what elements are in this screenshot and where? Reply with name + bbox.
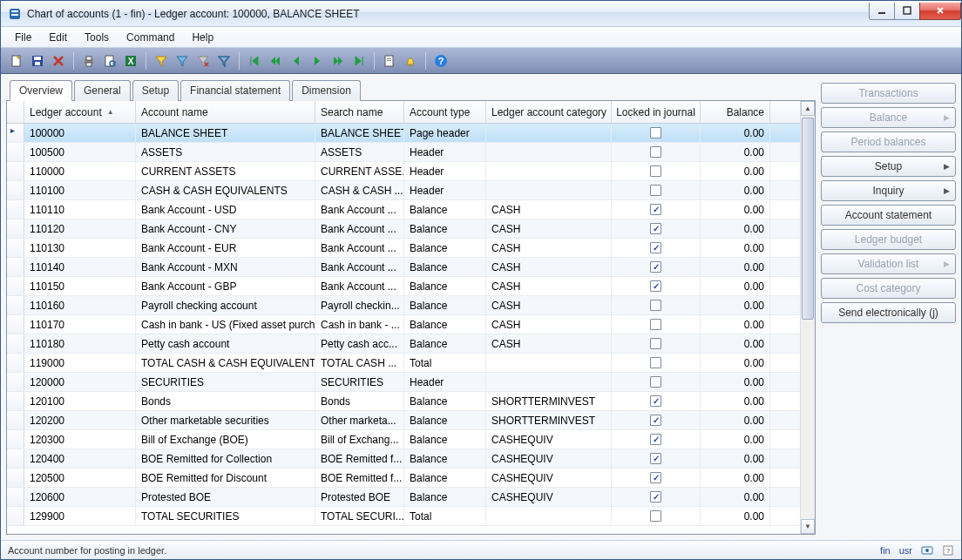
col-search-name[interactable]: Search name <box>315 101 404 123</box>
cell-category[interactable]: CASHEQUIV <box>486 488 612 506</box>
table-row[interactable]: 110140Bank Account - MXNBank Account ...… <box>7 258 800 277</box>
minimize-button[interactable] <box>869 3 895 20</box>
locked-checkbox[interactable] <box>650 453 661 464</box>
next-page-icon[interactable] <box>329 52 347 70</box>
cell-locked[interactable] <box>612 258 701 276</box>
locked-checkbox[interactable] <box>650 300 661 311</box>
cell-search[interactable]: BOE Remitted f... <box>315 469 404 487</box>
cell-name[interactable]: Other marketable securities <box>136 411 315 429</box>
cell-category[interactable]: CASHEQUIV <box>486 449 612 468</box>
cell-category[interactable] <box>486 124 612 142</box>
locked-checkbox[interactable] <box>650 415 661 426</box>
cell-name[interactable]: BOE Remitted for Discount <box>136 469 315 487</box>
cell-type[interactable]: Total <box>404 507 486 525</box>
row-indicator[interactable] <box>7 162 24 180</box>
cell-ledger[interactable]: 110170 <box>24 315 136 334</box>
cell-type[interactable]: Total <box>404 354 486 372</box>
status-help-icon[interactable]: ? <box>942 544 954 557</box>
prev-page-icon[interactable] <box>267 52 284 70</box>
status-company[interactable]: fin <box>880 545 891 556</box>
cell-name[interactable]: TOTAL CASH & CASH EQUIVALENTS <box>136 354 315 372</box>
cell-search[interactable]: TOTAL SECURI... <box>315 507 404 525</box>
alert-icon[interactable] <box>402 52 419 70</box>
first-record-icon[interactable] <box>246 52 263 70</box>
scroll-down-icon[interactable]: ▼ <box>801 519 815 534</box>
cell-type[interactable]: Header <box>404 143 486 161</box>
row-indicator[interactable] <box>7 430 24 449</box>
cell-name[interactable]: Bonds <box>136 392 315 410</box>
cell-search[interactable]: Protested BOE <box>315 488 404 506</box>
locked-checkbox[interactable] <box>650 357 661 368</box>
cell-ledger[interactable]: 120400 <box>24 449 136 468</box>
cell-ledger[interactable]: 110160 <box>24 296 136 314</box>
locked-checkbox[interactable] <box>650 223 661 234</box>
cell-search[interactable]: Bank Account ... <box>315 239 404 257</box>
cell-search[interactable]: ASSETS <box>315 143 404 161</box>
cell-type[interactable]: Balance <box>404 488 486 506</box>
cell-name[interactable]: Cash in bank - US (Fixed asset purch) <box>136 315 315 334</box>
locked-checkbox[interactable] <box>650 146 661 158</box>
prev-record-icon[interactable] <box>288 52 305 70</box>
cell-category[interactable]: CASHEQUIV <box>486 469 612 487</box>
table-row[interactable]: 119000TOTAL CASH & CASH EQUIVALENTSTOTAL… <box>7 354 800 373</box>
cell-ledger[interactable]: 110150 <box>24 277 136 295</box>
row-indicator[interactable] <box>7 488 24 506</box>
side-button[interactable]: Inquiry▶ <box>821 180 956 201</box>
excel-icon[interactable]: X <box>122 52 139 70</box>
row-indicator[interactable] <box>7 258 24 276</box>
cell-search[interactable]: Bank Account ... <box>315 277 404 295</box>
cell-name[interactable]: BOE Remitted for Collection <box>136 449 315 468</box>
locked-checkbox[interactable] <box>650 127 661 138</box>
locked-checkbox[interactable] <box>650 261 661 273</box>
cell-type[interactable]: Balance <box>404 258 486 276</box>
table-row[interactable]: 110120Bank Account - CNYBank Account ...… <box>7 219 800 239</box>
col-account-type[interactable]: Account type <box>404 101 486 123</box>
row-indicator[interactable] <box>7 181 24 199</box>
cell-locked[interactable] <box>612 277 701 295</box>
cell-locked[interactable] <box>612 354 701 372</box>
col-balance[interactable]: Balance <box>701 101 770 123</box>
row-indicator[interactable] <box>7 239 24 257</box>
cell-locked[interactable] <box>612 488 701 506</box>
menu-tools[interactable]: Tools <box>76 29 118 46</box>
cell-ledger[interactable]: 110100 <box>24 181 136 199</box>
locked-checkbox[interactable] <box>650 185 661 196</box>
col-category[interactable]: Ledger account category <box>486 101 612 123</box>
row-indicator[interactable] <box>7 411 24 429</box>
cell-type[interactable]: Balance <box>404 469 486 487</box>
cell-name[interactable]: Payroll checking account <box>136 296 315 314</box>
row-indicator[interactable] <box>7 315 24 334</box>
vertical-scrollbar[interactable]: ▲ ▼ <box>800 101 815 534</box>
locked-checkbox[interactable] <box>650 280 661 292</box>
cell-ledger[interactable]: 110130 <box>24 239 136 257</box>
cell-locked[interactable] <box>612 334 701 353</box>
cell-category[interactable] <box>486 181 612 199</box>
cell-ledger[interactable]: 120100 <box>24 392 136 410</box>
cell-ledger[interactable]: 120500 <box>24 469 136 487</box>
side-button[interactable]: Account statement <box>821 205 956 226</box>
print-icon[interactable] <box>80 52 98 70</box>
table-row[interactable]: 110110Bank Account - USDBank Account ...… <box>7 200 800 219</box>
cell-name[interactable]: Bank Account - USD <box>136 200 315 219</box>
cell-category[interactable]: CASH <box>486 315 612 334</box>
cell-search[interactable]: Other marketa... <box>315 411 404 429</box>
filter-selection-icon[interactable] <box>173 52 191 70</box>
clear-filter-icon[interactable] <box>194 52 212 70</box>
cell-category[interactable] <box>486 162 612 180</box>
cell-search[interactable]: Payroll checkin... <box>315 296 404 314</box>
cell-name[interactable]: CURRENT ASSETS <box>136 162 315 180</box>
table-row[interactable]: 110170Cash in bank - US (Fixed asset pur… <box>7 315 800 334</box>
row-selector-header[interactable] <box>7 101 24 123</box>
cell-name[interactable]: CASH & CASH EQUIVALENTS <box>136 181 315 199</box>
cell-type[interactable]: Balance <box>404 315 486 334</box>
cell-ledger[interactable]: 129900 <box>24 507 136 525</box>
cell-name[interactable]: Bank Account - CNY <box>136 219 315 238</box>
row-indicator[interactable] <box>7 143 24 161</box>
cell-category[interactable]: CASH <box>486 219 612 238</box>
cell-locked[interactable] <box>612 411 701 429</box>
cell-category[interactable] <box>486 354 612 372</box>
cell-type[interactable]: Balance <box>404 219 486 238</box>
cell-search[interactable]: CURRENT ASSE... <box>315 162 404 180</box>
cell-name[interactable]: SECURITIES <box>136 373 315 391</box>
menu-help[interactable]: Help <box>183 29 222 46</box>
